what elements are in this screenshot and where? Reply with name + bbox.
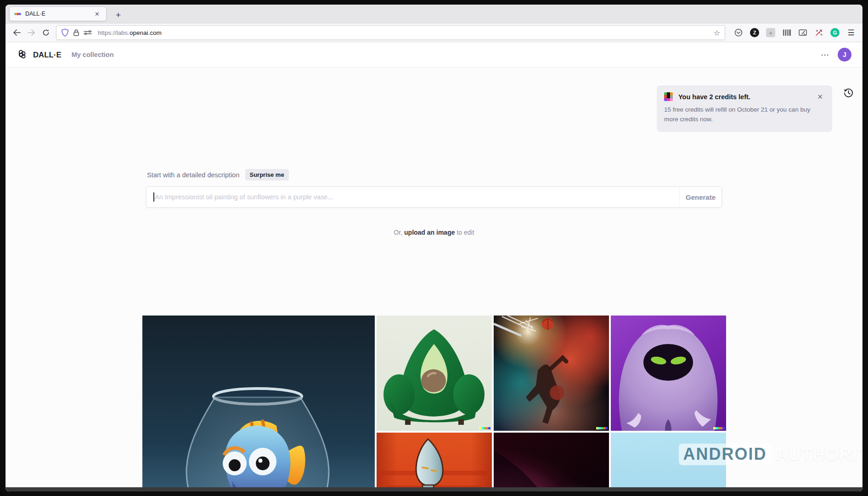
url-domain: openai.com xyxy=(130,29,162,36)
gallery-image-fishbowl[interactable] xyxy=(142,316,375,491)
tab-close-icon[interactable]: ✕ xyxy=(93,10,101,18)
history-icon[interactable] xyxy=(842,86,855,99)
pocket-icon[interactable] xyxy=(733,27,744,39)
prompt-label: Start with a detailed description xyxy=(147,171,240,179)
grammarly-icon[interactable]: G xyxy=(829,27,841,39)
tab-bar: DALL·E ✕ + xyxy=(6,5,862,23)
tab-dalle[interactable]: DALL·E ✕ xyxy=(9,6,107,21)
extension-disabled-icon[interactable]: ◆ xyxy=(765,27,777,39)
screenshot-edit-icon[interactable] xyxy=(797,27,809,39)
credits-title: You have 2 credits left. xyxy=(678,93,812,101)
browser-window: DALL·E ✕ + https://labs.openai.com ☆ xyxy=(6,5,862,491)
blocked-extension-icon[interactable] xyxy=(813,27,825,39)
generate-button[interactable]: Generate xyxy=(679,187,721,207)
upload-line: Or, upload an image to edit xyxy=(146,229,722,236)
tracking-protection-shield-icon[interactable] xyxy=(61,28,69,37)
prompt-bar: Generate xyxy=(146,186,722,208)
gallery-image-avocado-chair[interactable] xyxy=(377,316,492,431)
toolbar-extensions: Z ◆ G ☰ xyxy=(728,27,859,39)
containers-icon[interactable] xyxy=(781,27,793,39)
upload-prefix: Or, xyxy=(394,229,402,236)
back-button[interactable] xyxy=(9,26,24,39)
site-header: DALL·E My collection ··· J xyxy=(6,42,862,68)
prompt-input[interactable] xyxy=(147,187,679,207)
credits-icon xyxy=(664,92,673,101)
upload-suffix: to edit xyxy=(457,229,474,236)
url-scheme-subdomain: https://labs. xyxy=(98,29,130,36)
dalle-signature-icon xyxy=(713,427,725,429)
url-text[interactable]: https://labs.openai.com xyxy=(98,29,714,36)
credits-notification: You have 2 credits left. ✕ 15 free credi… xyxy=(657,85,832,132)
permissions-icon[interactable] xyxy=(84,30,92,35)
reload-button[interactable] xyxy=(39,26,53,39)
surprise-me-button[interactable]: Surprise me xyxy=(245,169,289,180)
gallery-image-robot[interactable] xyxy=(377,433,492,491)
text-caret xyxy=(153,192,154,202)
credits-body: 15 free credits will refill on October 2… xyxy=(664,105,824,124)
overflow-menu-icon[interactable]: ··· xyxy=(821,51,829,59)
lock-icon[interactable] xyxy=(73,29,79,36)
prompt-section: Start with a detailed description Surpri… xyxy=(146,169,722,236)
dalle-signature-icon xyxy=(479,427,490,429)
url-bar[interactable]: https://labs.openai.com ☆ xyxy=(56,25,725,40)
bookmark-star-icon[interactable]: ☆ xyxy=(714,28,720,37)
bottom-bezel-strip xyxy=(6,487,862,491)
dalle-favicon-icon xyxy=(14,13,21,15)
upload-image-link[interactable]: upload an image xyxy=(404,229,455,236)
gallery-image-monster[interactable] xyxy=(611,316,726,431)
nav-my-collection[interactable]: My collection xyxy=(72,51,114,58)
watermark-authority: AUTHORITY xyxy=(776,445,863,464)
gallery-image-dark-landscape[interactable] xyxy=(494,433,609,491)
brand-title: DALL·E xyxy=(33,51,62,59)
extension-z-icon[interactable]: Z xyxy=(749,27,761,39)
avatar[interactable]: J xyxy=(838,48,851,62)
close-icon[interactable]: ✕ xyxy=(816,93,824,101)
page-content: You have 2 credits left. ✕ 15 free credi… xyxy=(6,68,862,491)
forward-button[interactable] xyxy=(24,26,39,39)
watermark-android: ANDROID xyxy=(679,444,772,465)
new-tab-button[interactable]: + xyxy=(112,10,124,20)
gallery-image-basketball[interactable] xyxy=(494,316,609,431)
navigation-toolbar: https://labs.openai.com ☆ Z ◆ G ☰ xyxy=(6,23,862,42)
openai-logo-icon xyxy=(15,49,27,61)
example-gallery: ANDROID AUTHORITY xyxy=(142,316,726,491)
android-authority-watermark: ANDROID AUTHORITY xyxy=(679,444,863,465)
menu-icon[interactable]: ☰ xyxy=(845,27,857,39)
tab-title: DALL·E xyxy=(25,11,93,17)
dalle-signature-icon xyxy=(596,427,608,429)
